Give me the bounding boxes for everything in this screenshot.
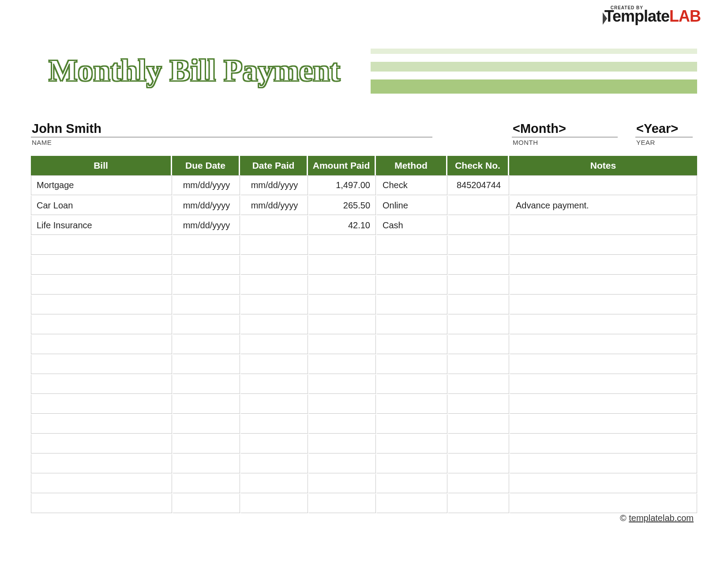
cell-due-date[interactable]: mm/dd/yyyy: [172, 175, 240, 195]
cell-check-no[interactable]: [447, 255, 509, 275]
cell-notes[interactable]: [509, 334, 697, 354]
cell-bill[interactable]: [31, 473, 172, 493]
cell-date-paid[interactable]: [240, 414, 308, 434]
cell-due-date[interactable]: [172, 493, 240, 513]
cell-notes[interactable]: Advance payment.: [509, 195, 697, 215]
cell-notes[interactable]: [509, 235, 697, 255]
cell-amount-paid[interactable]: [308, 334, 376, 354]
cell-method[interactable]: [376, 414, 447, 434]
cell-bill[interactable]: [31, 275, 172, 295]
cell-check-no[interactable]: [447, 453, 509, 473]
cell-date-paid[interactable]: [240, 493, 308, 513]
cell-bill[interactable]: [31, 453, 172, 473]
cell-amount-paid[interactable]: [308, 434, 376, 453]
cell-method[interactable]: [376, 453, 447, 473]
cell-due-date[interactable]: [172, 235, 240, 255]
cell-amount-paid[interactable]: [308, 295, 376, 314]
cell-date-paid[interactable]: [240, 334, 308, 354]
cell-date-paid[interactable]: [240, 473, 308, 493]
month-value[interactable]: <Month>: [512, 121, 618, 137]
cell-due-date[interactable]: [172, 295, 240, 314]
cell-amount-paid[interactable]: 265.50: [308, 195, 376, 215]
cell-notes[interactable]: [509, 394, 697, 414]
cell-method[interactable]: [376, 275, 447, 295]
cell-method[interactable]: Online: [376, 195, 447, 215]
cell-check-no[interactable]: [447, 374, 509, 394]
cell-check-no[interactable]: [447, 215, 509, 235]
cell-check-no[interactable]: [447, 354, 509, 374]
cell-amount-paid[interactable]: [308, 255, 376, 275]
cell-notes[interactable]: [509, 434, 697, 453]
cell-check-no[interactable]: [447, 275, 509, 295]
cell-date-paid[interactable]: mm/dd/yyyy: [240, 195, 308, 215]
cell-notes[interactable]: [509, 314, 697, 334]
cell-method[interactable]: [376, 354, 447, 374]
footer-link[interactable]: templatelab.com: [629, 513, 694, 523]
cell-bill[interactable]: [31, 414, 172, 434]
cell-amount-paid[interactable]: [308, 374, 376, 394]
cell-bill[interactable]: [31, 374, 172, 394]
cell-amount-paid[interactable]: 42.10: [308, 215, 376, 235]
cell-check-no[interactable]: [447, 295, 509, 314]
cell-method[interactable]: [376, 394, 447, 414]
cell-notes[interactable]: [509, 473, 697, 493]
cell-due-date[interactable]: [172, 434, 240, 453]
cell-bill[interactable]: [31, 434, 172, 453]
cell-bill[interactable]: [31, 334, 172, 354]
cell-due-date[interactable]: [172, 314, 240, 334]
cell-check-no[interactable]: [447, 334, 509, 354]
cell-due-date[interactable]: [172, 473, 240, 493]
cell-check-no[interactable]: [447, 434, 509, 453]
cell-due-date[interactable]: [172, 414, 240, 434]
cell-notes[interactable]: [509, 295, 697, 314]
cell-notes[interactable]: [509, 255, 697, 275]
cell-bill[interactable]: [31, 394, 172, 414]
cell-bill[interactable]: Car Loan: [31, 195, 172, 215]
cell-due-date[interactable]: [172, 275, 240, 295]
cell-date-paid[interactable]: [240, 354, 308, 374]
cell-due-date[interactable]: [172, 374, 240, 394]
cell-check-no[interactable]: 845204744: [447, 175, 509, 195]
cell-notes[interactable]: [509, 275, 697, 295]
cell-method[interactable]: [376, 255, 447, 275]
cell-method[interactable]: [376, 493, 447, 513]
cell-date-paid[interactable]: [240, 314, 308, 334]
cell-notes[interactable]: [509, 493, 697, 513]
cell-due-date[interactable]: mm/dd/yyyy: [172, 195, 240, 215]
cell-amount-paid[interactable]: [308, 314, 376, 334]
cell-due-date[interactable]: [172, 354, 240, 374]
cell-check-no[interactable]: [447, 394, 509, 414]
cell-amount-paid[interactable]: [308, 235, 376, 255]
cell-date-paid[interactable]: [240, 255, 308, 275]
cell-due-date[interactable]: [172, 453, 240, 473]
cell-date-paid[interactable]: [240, 295, 308, 314]
cell-method[interactable]: Cash: [376, 215, 447, 235]
cell-date-paid[interactable]: [240, 453, 308, 473]
cell-date-paid[interactable]: [240, 275, 308, 295]
cell-notes[interactable]: [509, 215, 697, 235]
cell-bill[interactable]: [31, 255, 172, 275]
cell-amount-paid[interactable]: [308, 453, 376, 473]
cell-check-no[interactable]: [447, 235, 509, 255]
cell-check-no[interactable]: [447, 195, 509, 215]
cell-bill[interactable]: [31, 235, 172, 255]
cell-bill[interactable]: Mortgage: [31, 175, 172, 195]
cell-amount-paid[interactable]: [308, 275, 376, 295]
cell-due-date[interactable]: [172, 255, 240, 275]
cell-notes[interactable]: [509, 175, 697, 195]
cell-date-paid[interactable]: [240, 215, 308, 235]
cell-check-no[interactable]: [447, 493, 509, 513]
name-value[interactable]: John Smith: [31, 121, 432, 137]
cell-amount-paid[interactable]: [308, 354, 376, 374]
cell-amount-paid[interactable]: [308, 473, 376, 493]
cell-date-paid[interactable]: [240, 394, 308, 414]
cell-method[interactable]: [376, 473, 447, 493]
cell-method[interactable]: [376, 434, 447, 453]
cell-method[interactable]: [376, 314, 447, 334]
cell-method[interactable]: Check: [376, 175, 447, 195]
cell-amount-paid[interactable]: 1,497.00: [308, 175, 376, 195]
cell-notes[interactable]: [509, 374, 697, 394]
cell-bill[interactable]: [31, 295, 172, 314]
cell-amount-paid[interactable]: [308, 493, 376, 513]
cell-due-date[interactable]: [172, 394, 240, 414]
